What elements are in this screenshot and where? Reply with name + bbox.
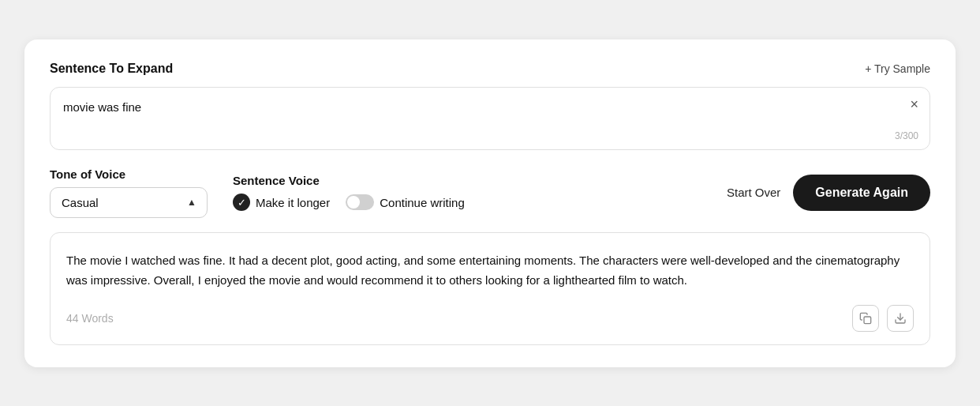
voice-options: ✓ Make it longer Continue writing [233, 194, 465, 211]
output-footer: 44 Words [66, 305, 914, 332]
voice-label: Sentence Voice [233, 174, 465, 187]
tone-section: Tone of Voice Casual Formal Friendly Pro… [50, 167, 208, 218]
tone-label: Tone of Voice [50, 167, 208, 181]
voice-option-continue[interactable]: Continue writing [346, 194, 465, 210]
controls-row: Tone of Voice Casual Formal Friendly Pro… [50, 167, 930, 218]
toggle-off-icon [346, 194, 374, 210]
output-area: The movie I watched was fine. It had a d… [50, 232, 930, 345]
svg-rect-0 [864, 317, 871, 324]
word-count: 44 Words [66, 312, 114, 325]
header-row: Sentence To Expand + Try Sample [50, 62, 930, 76]
main-card: Sentence To Expand + Try Sample movie wa… [24, 39, 956, 367]
voice-option-longer-label: Make it longer [256, 196, 330, 209]
checkbox-checked-icon: ✓ [233, 194, 250, 211]
tone-select[interactable]: Casual Formal Friendly Professional Humo… [50, 187, 208, 218]
char-count: 3/300 [895, 130, 918, 141]
try-sample-button[interactable]: + Try Sample [865, 62, 930, 75]
generate-button[interactable]: Generate Again [793, 175, 930, 211]
clear-button[interactable]: × [910, 97, 918, 111]
tone-select-wrapper: Casual Formal Friendly Professional Humo… [50, 187, 208, 218]
action-buttons: Start Over Generate Again [727, 175, 930, 211]
output-text: The movie I watched was fine. It had a d… [66, 250, 914, 291]
output-actions [852, 305, 914, 332]
download-button[interactable] [887, 305, 914, 332]
section-title: Sentence To Expand [50, 62, 173, 76]
copy-button[interactable] [852, 305, 879, 332]
input-area: movie was fine × 3/300 [50, 87, 930, 150]
copy-icon [859, 312, 872, 325]
start-over-button[interactable]: Start Over [727, 186, 780, 199]
voice-option-longer[interactable]: ✓ Make it longer [233, 194, 330, 211]
sentence-voice-section: Sentence Voice ✓ Make it longer Continue… [233, 174, 465, 211]
input-text: movie was fine [63, 99, 893, 117]
voice-option-continue-label: Continue writing [380, 196, 465, 209]
download-icon [894, 312, 907, 325]
